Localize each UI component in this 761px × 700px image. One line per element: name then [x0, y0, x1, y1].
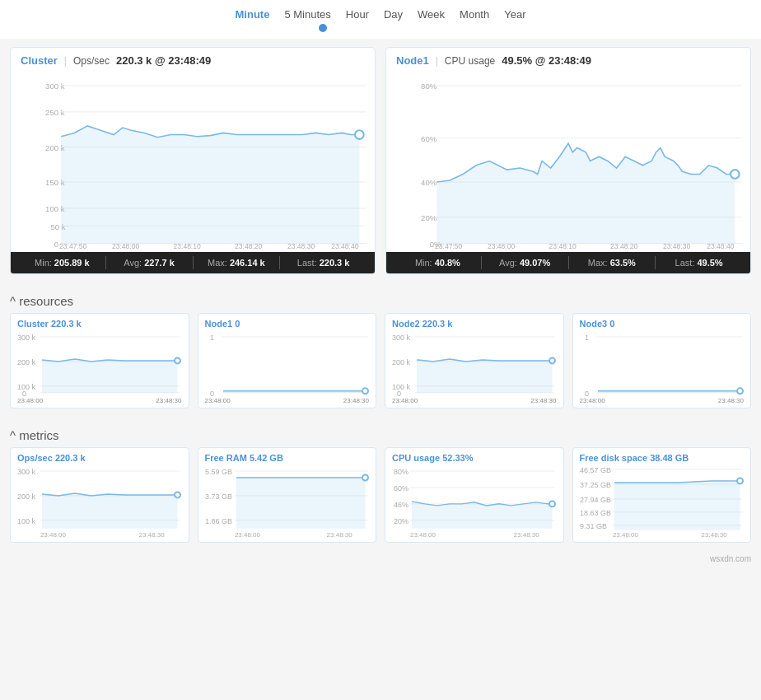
time-option-5min[interactable]: 5 Minutes — [284, 8, 330, 21]
svg-text:300 k: 300 k — [392, 334, 410, 342]
svg-text:23:48:20: 23:48:20 — [610, 242, 637, 249]
svg-marker-88 — [236, 478, 365, 529]
metric-disk-title: Free disk space 38.48 GB — [580, 453, 745, 463]
metric-cpu-card: CPU usage 52.33% 80% 60% 46% 20% 23:48:0… — [385, 447, 564, 543]
svg-text:27.94 GB: 27.94 GB — [580, 496, 611, 504]
node1-min: Min:40.8% — [395, 256, 482, 269]
time-option-month[interactable]: Month — [460, 8, 489, 21]
svg-text:250 k: 250 k — [45, 108, 65, 117]
node1-label: Node1 — [396, 54, 429, 67]
svg-text:23:47:50: 23:47:50 — [59, 242, 86, 249]
svg-text:300 k: 300 k — [17, 334, 35, 342]
resources-node1-title: Node1 0 — [205, 319, 370, 329]
svg-marker-78 — [42, 493, 178, 529]
cluster-chart-area: 300 k 250 k 200 k 150 k 100 k 50 k 0 — [11, 70, 375, 249]
svg-marker-100 — [412, 502, 553, 529]
node1-max: Max:63.5% — [569, 256, 656, 269]
time-option-week[interactable]: Week — [418, 8, 445, 21]
svg-text:23:48:40: 23:48:40 — [707, 242, 734, 249]
svg-text:20%: 20% — [421, 213, 437, 222]
node1-avg: Avg:49.07% — [482, 256, 569, 269]
node1-chart-area: 80% 60% 40% 20% 0% 23:47:50 23:48:00 23:… — [386, 70, 750, 249]
svg-marker-32 — [437, 143, 735, 243]
cluster-max: Max:246.14 k — [194, 256, 281, 269]
svg-text:23:48:20: 23:48:20 — [235, 242, 262, 249]
metric-cpu-title: CPU usage 52.33% — [392, 453, 557, 463]
metric-ops-title: Ops/sec 220.3 k — [17, 453, 182, 463]
svg-text:200 k: 200 k — [17, 492, 35, 501]
svg-text:23:48:30: 23:48:30 — [326, 531, 352, 539]
svg-text:23:48:00: 23:48:00 — [612, 531, 638, 539]
svg-text:20%: 20% — [394, 517, 409, 525]
node1-stats: Min:40.8% Avg:49.07% Max:63.5% Last:49.5… — [386, 252, 750, 273]
time-option-minute[interactable]: Minute — [236, 8, 270, 21]
cluster-stats: Min:205.89 k Avg:227.7 k Max:246.14 k La… — [11, 252, 375, 273]
svg-text:23:48:40: 23:48:40 — [331, 242, 358, 249]
svg-text:5.59 GB: 5.59 GB — [205, 468, 232, 476]
metrics-section-header: ^ metrics — [0, 417, 761, 447]
svg-text:3.73 GB: 3.73 GB — [205, 492, 232, 501]
svg-text:23:48:00: 23:48:00 — [40, 531, 67, 539]
main-charts: Cluster | Ops/sec 220.3 k @ 23:48:49 300… — [0, 39, 761, 282]
resources-cluster-chart: 300 k 200 k 100 k 0 23:48:00 23:48:30 — [17, 330, 182, 404]
svg-text:300 k: 300 k — [45, 82, 65, 91]
metric-ram-card: Free RAM 5.42 GB 5.59 GB 3.73 GB 1.86 GB… — [198, 447, 377, 543]
svg-text:37.25 GB: 37.25 GB — [580, 481, 611, 489]
cluster-avg: Avg:227.7 k — [106, 256, 194, 269]
svg-point-65 — [549, 357, 555, 363]
resources-section-header: ^ resources — [0, 282, 761, 313]
svg-text:23:48:10: 23:48:10 — [174, 242, 201, 249]
time-option-hour[interactable]: Hour — [346, 8, 369, 21]
svg-text:9.31 GB: 9.31 GB — [580, 522, 607, 530]
svg-text:1: 1 — [209, 334, 213, 342]
svg-text:23:48:30: 23:48:30 — [139, 531, 166, 539]
svg-text:1: 1 — [584, 334, 588, 342]
cluster-last: Last:220.3 k — [280, 256, 366, 269]
cluster-current-value: 220.3 k @ 23:48:49 — [116, 54, 211, 67]
svg-point-55 — [362, 388, 368, 394]
cluster-chart-svg: 300 k 250 k 200 k 150 k 100 k 50 k 0 — [17, 73, 368, 249]
time-option-day[interactable]: Day — [384, 8, 403, 21]
cluster-ops-card: Cluster | Ops/sec 220.3 k @ 23:48:49 300… — [10, 47, 376, 274]
svg-text:23:48:00: 23:48:00 — [112, 242, 139, 249]
metric-ram-title: Free RAM 5.42 GB — [205, 453, 370, 463]
resources-node2-title: Node2 220.3 k — [392, 319, 557, 329]
time-selector: Minute 5 Minutes Hour Day Week Month Yea… — [0, 0, 761, 24]
metric-ops-card: Ops/sec 220.3 k 300 k 200 k 100 k 23:48:… — [10, 447, 189, 543]
svg-marker-64 — [417, 359, 553, 393]
svg-text:0: 0 — [209, 390, 213, 396]
svg-text:1.86 GB: 1.86 GB — [205, 517, 232, 525]
svg-text:18.63 GB: 18.63 GB — [580, 509, 611, 517]
svg-marker-48 — [42, 359, 178, 393]
svg-point-71 — [737, 388, 743, 394]
svg-text:60%: 60% — [394, 484, 409, 492]
svg-point-115 — [737, 478, 743, 483]
node1-last: Last:49.5% — [656, 256, 742, 269]
time-indicator — [0, 24, 761, 39]
resources-node1-chart: 1 0 23:48:00 23:48:30 — [205, 330, 370, 404]
svg-text:100 k: 100 k — [17, 517, 35, 525]
svg-point-49 — [175, 357, 180, 363]
node1-metric-name: CPU usage — [445, 55, 495, 67]
svg-text:46.57 GB: 46.57 GB — [580, 466, 611, 474]
time-option-year[interactable]: Year — [504, 8, 525, 21]
svg-point-15 — [355, 130, 364, 139]
node1-cpu-card: Node1 | CPU usage 49.5% @ 23:48:49 80% 6… — [385, 47, 751, 274]
svg-text:80%: 80% — [421, 82, 437, 91]
svg-point-79 — [175, 492, 180, 497]
svg-marker-54 — [222, 391, 365, 393]
cluster-min: Min:205.89 k — [19, 256, 106, 269]
svg-text:0: 0 — [22, 390, 26, 396]
svg-text:23:48:10: 23:48:10 — [549, 242, 577, 249]
svg-text:80%: 80% — [394, 468, 409, 476]
cluster-ops-header: Cluster | Ops/sec 220.3 k @ 23:48:49 — [11, 48, 375, 70]
svg-text:23:48:00: 23:48:00 — [234, 531, 260, 539]
svg-marker-114 — [614, 481, 740, 530]
svg-text:23:48:00: 23:48:00 — [488, 242, 515, 249]
metric-disk-card: Free disk space 38.48 GB 46.57 GB 37.25 … — [572, 447, 752, 543]
resources-node2-chart: 300 k 200 k 100 k 0 23:48:00 23:48:30 — [392, 330, 557, 404]
resources-grid: Cluster 220.3 k 300 k 200 k 100 k 0 23:4… — [0, 313, 761, 417]
svg-text:23:48:30: 23:48:30 — [701, 531, 727, 539]
svg-marker-14 — [61, 126, 359, 244]
svg-text:0: 0 — [54, 240, 58, 249]
